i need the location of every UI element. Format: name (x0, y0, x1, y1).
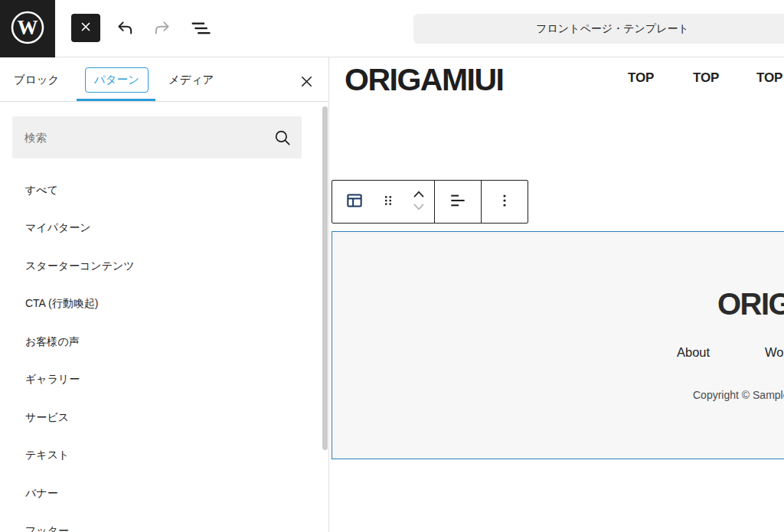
svg-text:W: W (18, 16, 38, 39)
tab-blocks[interactable]: ブロック (14, 57, 59, 102)
category-label: フッター (25, 524, 69, 532)
footer-link-works[interactable]: Works (765, 345, 784, 360)
tab-patterns-label: パターン (94, 73, 139, 87)
category-label: CTA (行動喚起) (25, 297, 98, 311)
tab-patterns[interactable]: パターン (85, 67, 149, 93)
pattern-category-gallery[interactable]: ギャラリー (0, 361, 314, 400)
tab-blocks-label: ブロック (14, 73, 59, 87)
block-movers (403, 189, 435, 215)
drag-handle-icon (380, 191, 397, 212)
tab-media-label: メディア (168, 73, 214, 87)
category-label: すべて (25, 184, 58, 197)
nav-item-top-1[interactable]: TOP (628, 70, 654, 86)
category-label: マイパターン (25, 221, 91, 235)
close-editor-button[interactable] (71, 14, 100, 42)
sidebar-scrollbar[interactable] (322, 106, 328, 450)
undo-icon (114, 18, 136, 41)
category-label: スターターコンテンツ (25, 259, 135, 273)
pattern-search (12, 116, 302, 158)
inserter-tabs: ブロック パターン メディア (0, 57, 328, 102)
document-title[interactable]: フロントページ・テンプレート (413, 14, 784, 44)
editor-canvas: ORIGAMIUI TOP TOP TOP (330, 57, 784, 532)
close-sidebar-button[interactable] (294, 70, 318, 95)
pattern-category-all[interactable]: すべて (0, 171, 314, 210)
category-label: テキスト (25, 449, 69, 462)
nav-item-top-3[interactable]: TOP (756, 70, 782, 86)
template-part-button[interactable] (335, 181, 374, 223)
pattern-category-footer[interactable]: フッター (0, 513, 314, 532)
pattern-category-testimonials[interactable]: お客様の声 (0, 323, 314, 361)
document-title-label: フロントページ・テンプレート (536, 22, 689, 36)
nav-item-top-2[interactable]: TOP (693, 70, 719, 86)
move-up-button[interactable] (410, 189, 427, 202)
tab-media[interactable]: メディア (168, 57, 214, 102)
category-label: サービス (25, 411, 69, 425)
redo-button[interactable] (149, 15, 176, 43)
pattern-category-starter-content[interactable]: スターターコンテンツ (0, 247, 314, 286)
category-label: お客様の声 (25, 335, 80, 349)
align-left-icon (448, 191, 468, 213)
pattern-category-text[interactable]: テキスト (0, 437, 314, 475)
redo-icon (152, 18, 173, 41)
pattern-category-services[interactable]: サービス (0, 399, 314, 437)
editor-topbar: W (0, 0, 784, 57)
list-view-button[interactable] (187, 15, 214, 43)
footer-link-about[interactable]: About (677, 345, 710, 360)
pattern-category-cta[interactable]: CTA (行動喚起) (0, 286, 314, 324)
drag-handle[interactable] (374, 181, 403, 223)
options-button[interactable] (482, 181, 528, 223)
category-label: バナー (25, 487, 58, 501)
wordpress-site-editor: W (0, 0, 784, 532)
wordpress-logo-button[interactable]: W (0, 0, 55, 57)
selected-footer-block[interactable]: ORIGAMIUI About Works Copyright © Sample (332, 231, 784, 459)
pattern-category-list: すべて マイパターン スターターコンテンツ CTA (行動喚起) お客様の声 ギ… (0, 171, 314, 532)
close-icon (79, 20, 93, 36)
pattern-category-my-patterns[interactable]: マイパターン (0, 210, 314, 248)
kebab-menu-icon (495, 191, 514, 212)
search-icon (273, 128, 292, 151)
chevron-up-icon (410, 188, 427, 202)
wordpress-w-icon: W (9, 9, 46, 49)
pattern-category-banner[interactable]: バナー (0, 475, 314, 513)
move-down-button[interactable] (410, 202, 427, 215)
category-label: ギャラリー (25, 373, 80, 387)
site-logo-block[interactable]: ORIGAMIUI (345, 62, 503, 98)
active-tab-indicator (77, 99, 155, 102)
block-toolbar (332, 180, 528, 224)
inserter-sidebar: ブロック パターン メディア (0, 57, 329, 532)
pattern-search-input[interactable] (12, 116, 277, 158)
align-button[interactable] (435, 181, 481, 223)
footer-copyright[interactable]: Copyright © Sample (693, 389, 784, 401)
chevron-down-icon (410, 201, 427, 215)
close-icon (299, 73, 315, 92)
undo-button[interactable] (111, 15, 139, 43)
footer-site-logo[interactable]: ORIGAMIUI (717, 287, 784, 321)
template-part-icon (345, 191, 364, 213)
list-view-icon (189, 17, 212, 42)
